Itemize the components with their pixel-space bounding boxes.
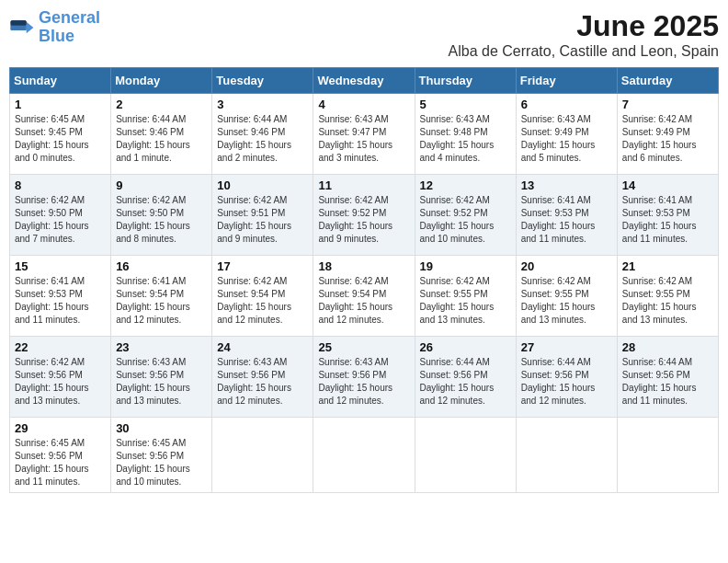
day-number: 28 bbox=[622, 340, 713, 354]
day-number: 8 bbox=[15, 178, 106, 192]
day-info: Sunrise: 6:41 AM Sunset: 9:54 PM Dayligh… bbox=[116, 275, 207, 327]
calendar-day-cell: 5 Sunrise: 6:43 AM Sunset: 9:48 PM Dayli… bbox=[415, 94, 516, 175]
day-number: 12 bbox=[420, 178, 511, 192]
calendar-day-cell bbox=[516, 418, 617, 493]
calendar-day-cell: 17 Sunrise: 6:42 AM Sunset: 9:54 PM Dayl… bbox=[212, 256, 313, 337]
day-info: Sunrise: 6:42 AM Sunset: 9:51 PM Dayligh… bbox=[217, 194, 308, 246]
day-number: 30 bbox=[116, 421, 207, 435]
day-info: Sunrise: 6:45 AM Sunset: 9:45 PM Dayligh… bbox=[15, 113, 106, 165]
day-number: 15 bbox=[15, 259, 106, 273]
day-info: Sunrise: 6:45 AM Sunset: 9:56 PM Dayligh… bbox=[15, 437, 106, 488]
day-info: Sunrise: 6:42 AM Sunset: 9:54 PM Dayligh… bbox=[318, 275, 409, 327]
day-number: 10 bbox=[217, 178, 308, 192]
day-info: Sunrise: 6:43 AM Sunset: 9:47 PM Dayligh… bbox=[318, 113, 409, 165]
calendar-day-cell: 7 Sunrise: 6:42 AM Sunset: 9:49 PM Dayli… bbox=[617, 94, 718, 175]
day-number: 1 bbox=[15, 98, 106, 111]
weekday-header: Thursday bbox=[415, 68, 516, 94]
calendar-day-cell: 12 Sunrise: 6:42 AM Sunset: 9:52 PM Dayl… bbox=[415, 175, 516, 256]
calendar-day-cell: 24 Sunrise: 6:43 AM Sunset: 9:56 PM Dayl… bbox=[212, 337, 313, 418]
calendar-day-cell: 1 Sunrise: 6:45 AM Sunset: 9:45 PM Dayli… bbox=[10, 94, 111, 175]
day-number: 25 bbox=[318, 340, 409, 354]
calendar-day-cell: 21 Sunrise: 6:42 AM Sunset: 9:55 PM Dayl… bbox=[617, 256, 718, 337]
calendar-day-cell: 20 Sunrise: 6:42 AM Sunset: 9:55 PM Dayl… bbox=[516, 256, 617, 337]
day-info: Sunrise: 6:43 AM Sunset: 9:56 PM Dayligh… bbox=[217, 356, 308, 408]
day-info: Sunrise: 6:42 AM Sunset: 9:52 PM Dayligh… bbox=[420, 194, 511, 246]
day-number: 11 bbox=[318, 178, 409, 192]
day-number: 20 bbox=[521, 259, 612, 273]
day-number: 16 bbox=[116, 259, 207, 273]
day-info: Sunrise: 6:42 AM Sunset: 9:54 PM Dayligh… bbox=[217, 275, 308, 327]
calendar-day-cell bbox=[313, 418, 415, 493]
calendar-day-cell: 25 Sunrise: 6:43 AM Sunset: 9:56 PM Dayl… bbox=[313, 337, 415, 418]
day-info: Sunrise: 6:44 AM Sunset: 9:46 PM Dayligh… bbox=[116, 113, 207, 165]
page-header: General Blue June 2025 Alba de Cerrato, … bbox=[9, 9, 719, 60]
day-info: Sunrise: 6:44 AM Sunset: 9:56 PM Dayligh… bbox=[622, 356, 713, 408]
calendar-day-cell bbox=[617, 418, 718, 493]
day-info: Sunrise: 6:43 AM Sunset: 9:56 PM Dayligh… bbox=[116, 356, 207, 408]
calendar-day-cell: 6 Sunrise: 6:43 AM Sunset: 9:49 PM Dayli… bbox=[516, 94, 617, 175]
location-title: Alba de Cerrato, Castille and Leon, Spai… bbox=[449, 43, 719, 60]
month-title: June 2025 bbox=[449, 9, 719, 43]
calendar-day-cell: 30 Sunrise: 6:45 AM Sunset: 9:56 PM Dayl… bbox=[111, 418, 212, 493]
day-number: 3 bbox=[217, 98, 308, 111]
weekday-header: Wednesday bbox=[313, 68, 415, 94]
svg-marker-1 bbox=[27, 22, 34, 33]
calendar-day-cell: 16 Sunrise: 6:41 AM Sunset: 9:54 PM Dayl… bbox=[111, 256, 212, 337]
calendar-table: SundayMondayTuesdayWednesdayThursdayFrid… bbox=[9, 67, 719, 493]
day-number: 14 bbox=[622, 178, 713, 192]
calendar-week-row: 22 Sunrise: 6:42 AM Sunset: 9:56 PM Dayl… bbox=[10, 337, 719, 418]
day-info: Sunrise: 6:44 AM Sunset: 9:56 PM Dayligh… bbox=[521, 356, 612, 408]
calendar-week-row: 15 Sunrise: 6:41 AM Sunset: 9:53 PM Dayl… bbox=[10, 256, 719, 337]
day-info: Sunrise: 6:43 AM Sunset: 9:48 PM Dayligh… bbox=[420, 113, 511, 165]
day-info: Sunrise: 6:42 AM Sunset: 9:50 PM Dayligh… bbox=[116, 194, 207, 246]
calendar-day-cell: 22 Sunrise: 6:42 AM Sunset: 9:56 PM Dayl… bbox=[10, 337, 111, 418]
calendar-day-cell: 4 Sunrise: 6:43 AM Sunset: 9:47 PM Dayli… bbox=[313, 94, 415, 175]
calendar-day-cell: 15 Sunrise: 6:41 AM Sunset: 9:53 PM Dayl… bbox=[10, 256, 111, 337]
calendar-day-cell: 3 Sunrise: 6:44 AM Sunset: 9:46 PM Dayli… bbox=[212, 94, 313, 175]
logo: General Blue bbox=[9, 9, 100, 46]
calendar-day-cell: 28 Sunrise: 6:44 AM Sunset: 9:56 PM Dayl… bbox=[617, 337, 718, 418]
day-number: 29 bbox=[15, 421, 106, 435]
calendar-day-cell: 8 Sunrise: 6:42 AM Sunset: 9:50 PM Dayli… bbox=[10, 175, 111, 256]
day-number: 7 bbox=[622, 98, 713, 111]
weekday-header: Saturday bbox=[617, 68, 718, 94]
day-number: 2 bbox=[116, 98, 207, 111]
day-info: Sunrise: 6:42 AM Sunset: 9:55 PM Dayligh… bbox=[521, 275, 612, 327]
calendar-day-cell: 10 Sunrise: 6:42 AM Sunset: 9:51 PM Dayl… bbox=[212, 175, 313, 256]
calendar-day-cell: 11 Sunrise: 6:42 AM Sunset: 9:52 PM Dayl… bbox=[313, 175, 415, 256]
calendar-day-cell: 2 Sunrise: 6:44 AM Sunset: 9:46 PM Dayli… bbox=[111, 94, 212, 175]
day-number: 18 bbox=[318, 259, 409, 273]
day-number: 24 bbox=[217, 340, 308, 354]
day-number: 27 bbox=[521, 340, 612, 354]
logo-text: General Blue bbox=[39, 9, 100, 46]
day-info: Sunrise: 6:43 AM Sunset: 9:49 PM Dayligh… bbox=[521, 113, 612, 165]
weekday-header: Friday bbox=[516, 68, 617, 94]
day-number: 19 bbox=[420, 259, 511, 273]
calendar-day-cell: 26 Sunrise: 6:44 AM Sunset: 9:56 PM Dayl… bbox=[415, 337, 516, 418]
calendar-day-cell: 23 Sunrise: 6:43 AM Sunset: 9:56 PM Dayl… bbox=[111, 337, 212, 418]
day-number: 26 bbox=[420, 340, 511, 354]
calendar-day-cell: 19 Sunrise: 6:42 AM Sunset: 9:55 PM Dayl… bbox=[415, 256, 516, 337]
calendar-day-cell: 14 Sunrise: 6:41 AM Sunset: 9:53 PM Dayl… bbox=[617, 175, 718, 256]
weekday-header: Monday bbox=[111, 68, 212, 94]
calendar-day-cell bbox=[212, 418, 313, 493]
day-info: Sunrise: 6:42 AM Sunset: 9:52 PM Dayligh… bbox=[318, 194, 409, 246]
day-number: 6 bbox=[521, 98, 612, 111]
logo-icon bbox=[9, 15, 35, 40]
calendar-day-cell bbox=[415, 418, 516, 493]
svg-rect-3 bbox=[11, 25, 27, 29]
day-number: 9 bbox=[116, 178, 207, 192]
day-info: Sunrise: 6:41 AM Sunset: 9:53 PM Dayligh… bbox=[521, 194, 612, 246]
day-info: Sunrise: 6:43 AM Sunset: 9:56 PM Dayligh… bbox=[318, 356, 409, 408]
day-info: Sunrise: 6:42 AM Sunset: 9:55 PM Dayligh… bbox=[420, 275, 511, 327]
day-number: 13 bbox=[521, 178, 612, 192]
day-number: 5 bbox=[420, 98, 511, 111]
day-info: Sunrise: 6:41 AM Sunset: 9:53 PM Dayligh… bbox=[15, 275, 106, 327]
calendar-week-row: 8 Sunrise: 6:42 AM Sunset: 9:50 PM Dayli… bbox=[10, 175, 719, 256]
calendar-day-cell: 29 Sunrise: 6:45 AM Sunset: 9:56 PM Dayl… bbox=[10, 418, 111, 493]
calendar-week-row: 1 Sunrise: 6:45 AM Sunset: 9:45 PM Dayli… bbox=[10, 94, 719, 175]
calendar-week-row: 29 Sunrise: 6:45 AM Sunset: 9:56 PM Dayl… bbox=[10, 418, 719, 493]
svg-rect-2 bbox=[11, 20, 27, 25]
day-number: 22 bbox=[15, 340, 106, 354]
weekday-header: Tuesday bbox=[212, 68, 313, 94]
